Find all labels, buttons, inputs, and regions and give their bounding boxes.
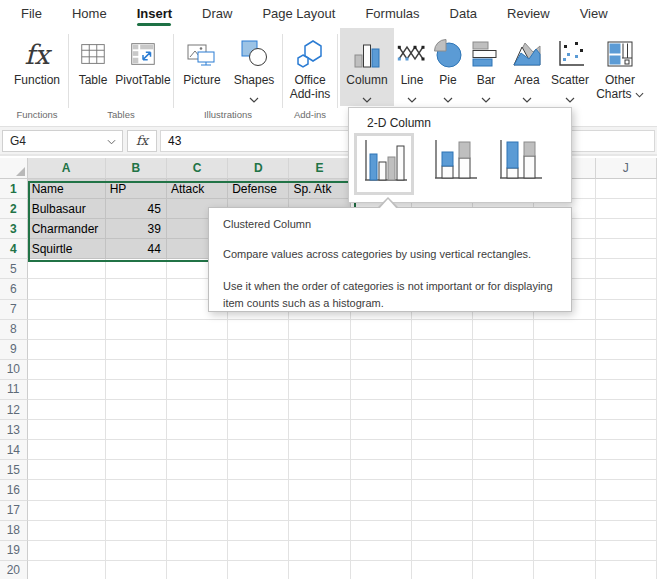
cell-A5[interactable]	[28, 259, 106, 279]
cell-G17[interactable]	[412, 501, 473, 521]
cell-A7[interactable]	[28, 300, 106, 320]
cell-E12[interactable]	[289, 400, 350, 420]
cell-G8[interactable]	[412, 320, 473, 340]
cell-F14[interactable]	[351, 440, 412, 460]
cell-B10[interactable]	[106, 360, 167, 380]
cell-A9[interactable]	[28, 340, 106, 360]
cell-B14[interactable]	[106, 440, 167, 460]
row-header-17[interactable]: 17	[0, 501, 28, 521]
cell-D20[interactable]	[228, 561, 289, 579]
scatter-chart-button[interactable]: Scatter	[548, 28, 592, 106]
cell-A20[interactable]	[28, 561, 106, 579]
cell-C12[interactable]	[167, 400, 228, 420]
cell-G9[interactable]	[412, 340, 473, 360]
column-header-A[interactable]: A	[28, 158, 106, 179]
row-header-19[interactable]: 19	[0, 541, 28, 561]
cell-C20[interactable]	[167, 561, 228, 579]
column-header-E[interactable]: E	[289, 158, 350, 179]
cell-B17[interactable]	[106, 501, 167, 521]
cell-I9[interactable]	[534, 340, 595, 360]
cell-I14[interactable]	[534, 440, 595, 460]
cell-I19[interactable]	[534, 541, 595, 561]
shapes-button[interactable]: Shapes	[228, 28, 280, 106]
cell-H20[interactable]	[473, 561, 534, 579]
cell-D8[interactable]	[228, 320, 289, 340]
cell-H12[interactable]	[473, 400, 534, 420]
row-header-13[interactable]: 13	[0, 420, 28, 440]
row-header-2[interactable]: 2	[0, 199, 28, 219]
cell-I8[interactable]	[534, 320, 595, 340]
cell-J5[interactable]	[596, 259, 657, 279]
cell-J19[interactable]	[596, 541, 657, 561]
column-chart-button[interactable]: Column	[340, 28, 394, 106]
cell-F12[interactable]	[351, 400, 412, 420]
other-charts-button[interactable]: Other Charts	[592, 28, 648, 106]
cell-A19[interactable]	[28, 541, 106, 561]
tab-file[interactable]: File	[6, 0, 57, 28]
cell-C1[interactable]: Attack	[167, 179, 228, 199]
row-header-15[interactable]: 15	[0, 460, 28, 480]
column-header-D[interactable]: D	[228, 158, 289, 179]
function-button[interactable]: fx Function	[8, 28, 66, 106]
row-header-12[interactable]: 12	[0, 400, 28, 420]
column-header-B[interactable]: B	[106, 158, 167, 179]
select-all-button[interactable]	[0, 158, 28, 179]
option-clustered-column[interactable]	[354, 133, 414, 195]
cell-F20[interactable]	[351, 561, 412, 579]
cell-H16[interactable]	[473, 480, 534, 500]
cell-I16[interactable]	[534, 480, 595, 500]
cell-I10[interactable]	[534, 360, 595, 380]
cell-A14[interactable]	[28, 440, 106, 460]
cell-I20[interactable]	[534, 561, 595, 579]
row-header-20[interactable]: 20	[0, 561, 28, 579]
cell-F16[interactable]	[351, 480, 412, 500]
cell-A4[interactable]: Squirtle	[28, 239, 106, 259]
cell-C18[interactable]	[167, 521, 228, 541]
cell-B1[interactable]: HP	[106, 179, 167, 199]
cell-A15[interactable]	[28, 460, 106, 480]
cell-I12[interactable]	[534, 400, 595, 420]
cell-G10[interactable]	[412, 360, 473, 380]
table-button[interactable]: Table	[71, 28, 115, 106]
cell-D19[interactable]	[228, 541, 289, 561]
column-header-J[interactable]: J	[596, 158, 657, 179]
cell-B6[interactable]	[106, 279, 167, 299]
cell-A1[interactable]: Name	[28, 179, 106, 199]
cell-I15[interactable]	[534, 460, 595, 480]
tab-data[interactable]: Data	[435, 0, 492, 28]
pivottable-button[interactable]: PivotTable	[115, 28, 171, 106]
tab-page-layout[interactable]: Page Layout	[247, 0, 350, 28]
cell-D17[interactable]	[228, 501, 289, 521]
cell-J10[interactable]	[596, 360, 657, 380]
cell-D14[interactable]	[228, 440, 289, 460]
row-header-9[interactable]: 9	[0, 340, 28, 360]
cell-C13[interactable]	[167, 420, 228, 440]
cell-H18[interactable]	[473, 521, 534, 541]
insert-function-button[interactable]: fx	[127, 130, 157, 152]
row-header-10[interactable]: 10	[0, 360, 28, 380]
cell-G11[interactable]	[412, 380, 473, 400]
option-stacked-column[interactable]	[429, 133, 479, 191]
cell-F15[interactable]	[351, 460, 412, 480]
cell-J11[interactable]	[596, 380, 657, 400]
row-header-16[interactable]: 16	[0, 480, 28, 500]
cell-C19[interactable]	[167, 541, 228, 561]
cell-H13[interactable]	[473, 420, 534, 440]
cell-B8[interactable]	[106, 320, 167, 340]
cell-F9[interactable]	[351, 340, 412, 360]
cell-J7[interactable]	[596, 300, 657, 320]
cell-B15[interactable]	[106, 460, 167, 480]
name-box[interactable]: G4	[2, 130, 123, 152]
cell-B20[interactable]	[106, 561, 167, 579]
cell-B2[interactable]: 45	[106, 199, 167, 219]
cell-G12[interactable]	[412, 400, 473, 420]
cell-H15[interactable]	[473, 460, 534, 480]
cell-D15[interactable]	[228, 460, 289, 480]
cell-J18[interactable]	[596, 521, 657, 541]
cell-H10[interactable]	[473, 360, 534, 380]
cell-B16[interactable]	[106, 480, 167, 500]
cell-E11[interactable]	[289, 380, 350, 400]
cell-D16[interactable]	[228, 480, 289, 500]
column-header-C[interactable]: C	[167, 158, 228, 179]
cell-E8[interactable]	[289, 320, 350, 340]
